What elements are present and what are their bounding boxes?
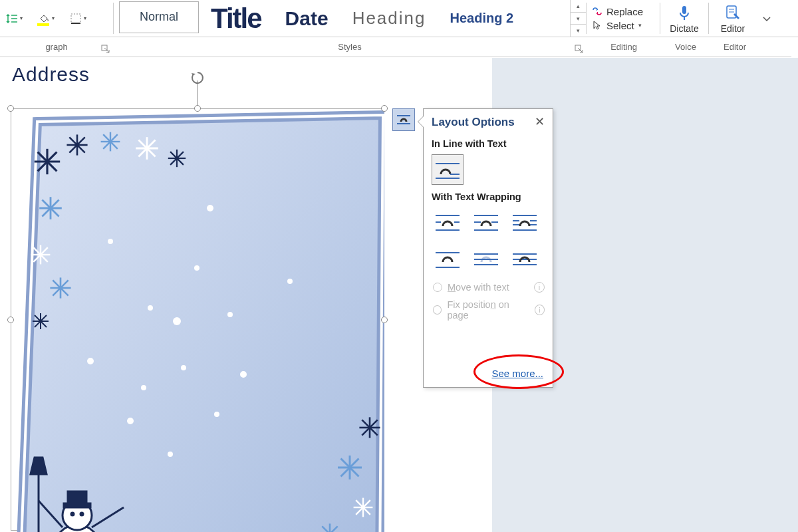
popup-pointer bbox=[418, 116, 424, 128]
cursor-icon bbox=[592, 20, 602, 31]
paragraph-group: ▾ ▾ ▾ bbox=[0, 0, 113, 37]
winter-frame-graphic bbox=[11, 108, 384, 532]
info-icon[interactable]: i bbox=[534, 282, 545, 293]
editing-group: Replace Select ▾ bbox=[587, 0, 660, 37]
borders-icon bbox=[70, 13, 82, 25]
borders-button[interactable]: ▾ bbox=[66, 10, 89, 27]
close-icon: ✕ bbox=[535, 115, 545, 128]
rotate-handle[interactable] bbox=[188, 68, 207, 87]
wrap-inline[interactable] bbox=[432, 154, 464, 185]
svg-point-25 bbox=[181, 365, 186, 370]
ribbon-collapse-button[interactable] bbox=[757, 0, 777, 37]
wrap-through[interactable] bbox=[509, 207, 541, 238]
ribbon-group-labels: graph Styles Editing Voice Editor bbox=[0, 37, 791, 57]
style-heading[interactable]: Heading bbox=[340, 3, 438, 35]
layout-options-title: Layout Options bbox=[432, 116, 545, 129]
group-editing-label: Editing bbox=[610, 42, 637, 52]
see-more-link[interactable]: See more... bbox=[491, 368, 543, 379]
svg-point-26 bbox=[127, 418, 134, 424]
gallery-more-button[interactable]: ▾ bbox=[571, 25, 586, 37]
group-paragraph-label: graph bbox=[45, 42, 67, 52]
shading-button[interactable]: ▾ bbox=[35, 10, 57, 27]
svg-rect-32 bbox=[64, 503, 90, 507]
info-icon[interactable]: i bbox=[535, 305, 545, 315]
svg-marker-13 bbox=[21, 115, 383, 532]
svg-point-15 bbox=[108, 239, 113, 244]
svg-point-22 bbox=[194, 265, 200, 271]
fix-position-radio: Fix position on page i bbox=[433, 299, 545, 321]
svg-point-24 bbox=[148, 305, 153, 311]
resize-handle-tl[interactable] bbox=[7, 105, 14, 112]
editor-icon bbox=[724, 3, 742, 22]
selected-image[interactable] bbox=[11, 108, 384, 531]
style-date[interactable]: Date bbox=[273, 3, 340, 35]
wrap-tight[interactable] bbox=[470, 207, 502, 238]
microphone-icon bbox=[675, 3, 694, 22]
layout-options-popup: ✕ Layout Options In Line with Text With … bbox=[423, 108, 553, 388]
select-button[interactable]: Select ▾ bbox=[592, 20, 660, 31]
wrap-front[interactable] bbox=[509, 245, 541, 275]
svg-rect-0 bbox=[71, 14, 80, 23]
group-editing: Editing bbox=[587, 37, 661, 57]
gallery-up-button[interactable]: ▴ bbox=[571, 0, 586, 13]
radio-icon bbox=[433, 283, 442, 292]
close-button[interactable]: ✕ bbox=[532, 114, 547, 129]
svg-point-27 bbox=[214, 412, 219, 417]
wrap-behind[interactable] bbox=[470, 245, 502, 275]
svg-point-23 bbox=[227, 312, 233, 317]
group-styles-label: Styles bbox=[338, 42, 361, 52]
resize-handle-l[interactable] bbox=[7, 317, 14, 323]
svg-point-17 bbox=[173, 317, 181, 325]
styles-gallery-scroll: ▴ ▾ ▾ bbox=[570, 0, 586, 37]
gallery-down-button[interactable]: ▾ bbox=[571, 13, 586, 25]
group-voice-label: Voice bbox=[675, 42, 696, 52]
line-spacing-button[interactable]: ▾ bbox=[3, 10, 25, 27]
paragraph-launcher[interactable] bbox=[101, 45, 110, 54]
svg-point-19 bbox=[141, 385, 146, 390]
style-normal[interactable]: Normal bbox=[119, 1, 199, 33]
rotate-icon bbox=[190, 70, 205, 86]
move-with-text-radio: Move with text i bbox=[433, 282, 545, 293]
layout-options-tag[interactable] bbox=[392, 108, 415, 131]
group-editor-label: Editor bbox=[724, 42, 746, 52]
inline-section-label: In Line with Text bbox=[432, 138, 545, 149]
resize-handle-t[interactable] bbox=[194, 105, 201, 112]
svg-point-20 bbox=[287, 279, 293, 284]
wrap-square[interactable] bbox=[432, 207, 464, 238]
document-area: Address bbox=[0, 58, 798, 532]
group-paragraph: graph bbox=[0, 37, 113, 57]
svg-rect-31 bbox=[68, 491, 86, 503]
group-editor: Editor bbox=[710, 37, 759, 57]
svg-point-37 bbox=[80, 513, 83, 515]
svg-point-28 bbox=[168, 452, 173, 457]
styles-launcher[interactable] bbox=[575, 45, 584, 54]
svg-point-21 bbox=[87, 358, 94, 364]
select-label: Select bbox=[606, 20, 634, 31]
radio-icon bbox=[433, 305, 442, 315]
shading-color-bar bbox=[37, 23, 49, 26]
replace-icon bbox=[592, 6, 602, 17]
editor-button[interactable]: Editor bbox=[709, 0, 757, 37]
document-page[interactable]: Address bbox=[0, 58, 492, 532]
replace-button[interactable]: Replace bbox=[592, 6, 660, 17]
svg-rect-2 bbox=[682, 6, 686, 14]
styles-gallery: Normal Title Date Heading Heading 2 ▴ ▾ … bbox=[114, 0, 586, 37]
group-voice: Voice bbox=[661, 37, 710, 57]
ribbon: ▾ ▾ ▾ Normal Title Date Heading Heading … bbox=[0, 0, 798, 37]
resize-handle-r[interactable] bbox=[381, 317, 388, 323]
svg-point-16 bbox=[207, 205, 213, 211]
wrap-section-label: With Text Wrapping bbox=[432, 192, 545, 202]
resize-handle-tr[interactable] bbox=[381, 105, 388, 112]
wrap-top-bottom[interactable] bbox=[432, 245, 464, 275]
address-heading: Address bbox=[12, 63, 90, 86]
svg-point-36 bbox=[71, 513, 74, 515]
editor-label: Editor bbox=[721, 23, 745, 34]
replace-label: Replace bbox=[606, 6, 643, 17]
dictate-button[interactable]: Dictate bbox=[660, 0, 708, 37]
line-spacing-icon bbox=[6, 13, 18, 25]
style-heading2[interactable]: Heading 2 bbox=[438, 3, 525, 35]
svg-point-18 bbox=[240, 371, 247, 378]
chevron-down-icon bbox=[761, 13, 772, 24]
style-title[interactable]: Title bbox=[199, 3, 273, 35]
dictate-label: Dictate bbox=[670, 23, 699, 34]
